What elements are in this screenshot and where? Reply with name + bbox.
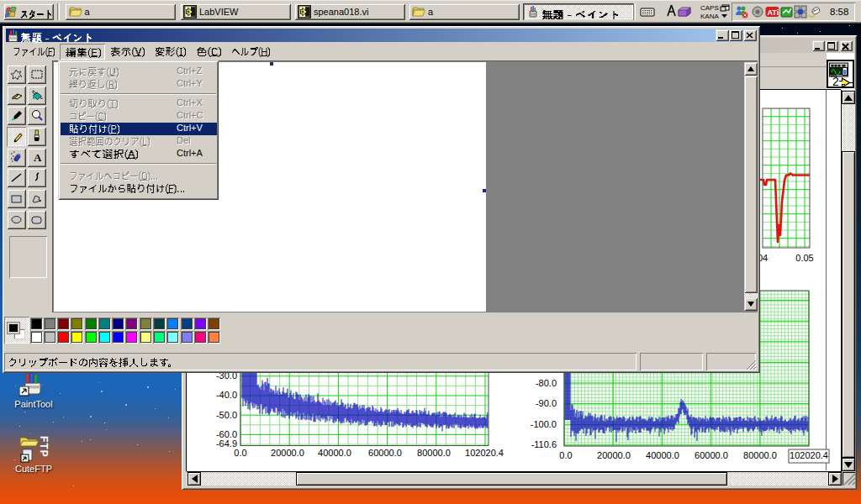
svg-text:40000.0: 40000.0 — [646, 450, 679, 460]
svg-text:FTP: FTP — [38, 436, 50, 458]
svg-text:A: A — [34, 151, 42, 164]
svg-text:60000.0: 60000.0 — [368, 448, 402, 458]
svg-text:80000.0: 80000.0 — [417, 448, 451, 458]
svg-text:20000.0: 20000.0 — [597, 450, 631, 460]
svg-text:102020.4: 102020.4 — [465, 448, 504, 458]
svg-text:-100.0: -100.0 — [531, 419, 557, 429]
svg-text:-40.0: -40.0 — [216, 390, 237, 400]
svg-text:-80.0: -80.0 — [536, 378, 557, 388]
svg-text:102020.4: 102020.4 — [790, 450, 828, 460]
svg-text:-110.6: -110.6 — [531, 439, 557, 449]
svg-text:ATi: ATi — [768, 8, 779, 17]
svg-text:40000.0: 40000.0 — [318, 448, 351, 458]
svg-text:-50.0: -50.0 — [216, 410, 237, 420]
svg-text:0.0: 0.0 — [559, 450, 572, 460]
svg-text:0.0: 0.0 — [234, 448, 246, 458]
svg-text:20000.0: 20000.0 — [271, 448, 304, 458]
svg-text:0.05: 0.05 — [795, 253, 813, 263]
svg-text:-90.0: -90.0 — [536, 398, 557, 408]
svg-text:60000.0: 60000.0 — [695, 450, 728, 460]
svg-text:2: 2 — [832, 75, 839, 88]
svg-text:80000.0: 80000.0 — [743, 450, 777, 460]
